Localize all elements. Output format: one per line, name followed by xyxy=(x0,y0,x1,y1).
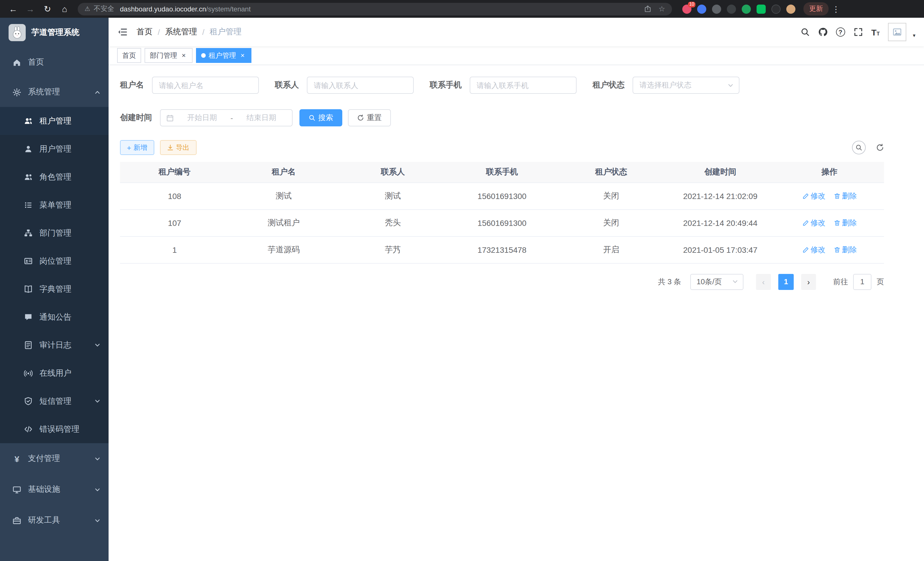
sidebar-item-post[interactable]: 岗位管理 xyxy=(0,247,109,275)
date-range-picker[interactable]: 开始日期 - 结束日期 xyxy=(160,109,292,126)
table-row: 107 测试租户 秃头 15601691300 关闭 2021-12-14 20… xyxy=(120,209,884,236)
code-icon xyxy=(24,425,33,433)
goto-page-input[interactable] xyxy=(853,274,872,290)
share-icon[interactable] xyxy=(644,5,652,13)
fullscreen-icon[interactable] xyxy=(854,27,863,37)
tab-close-icon[interactable]: × xyxy=(239,52,246,59)
delete-link[interactable]: 删除 xyxy=(833,244,857,255)
edit-link[interactable]: 修改 xyxy=(802,191,825,201)
org-tree-icon xyxy=(24,229,33,237)
search-icon xyxy=(855,144,862,151)
breadcrumb-current: 租户管理 xyxy=(210,27,242,37)
pagination: 共 3 条 10条/页 ‹ 1 › 前往 页 xyxy=(120,274,884,290)
search-icon xyxy=(309,114,315,121)
screen: ← → ↻ ⌂ ⚠ 不安全 dashboard.yudao.iocoder.cn… xyxy=(0,0,924,561)
bookmark-star-icon[interactable]: ☆ xyxy=(658,5,665,13)
sidebar-item-home[interactable]: 首页 xyxy=(0,47,109,77)
avatar-caret-icon[interactable]: ▾ xyxy=(913,33,915,41)
add-button[interactable]: + 新增 xyxy=(120,140,154,155)
sidebar-item-user[interactable]: 用户管理 xyxy=(0,135,109,163)
sidebar-item-payment[interactable]: ¥ 支付管理 xyxy=(0,443,109,474)
browser-home-icon[interactable]: ⌂ xyxy=(57,0,72,18)
users-icon xyxy=(24,173,33,181)
sidebar-item-role[interactable]: 角色管理 xyxy=(0,163,109,191)
goto-label: 前往 xyxy=(833,277,848,287)
broken-image-icon xyxy=(893,27,902,37)
current-page-button[interactable]: 1 xyxy=(778,274,794,290)
status-select[interactable]: 请选择租户状态 xyxy=(633,77,740,94)
contact-input[interactable] xyxy=(307,77,414,94)
extension-icon-6[interactable] xyxy=(757,4,766,14)
extension-badge: 10 xyxy=(688,2,695,7)
breadcrumb-home[interactable]: 首页 xyxy=(136,27,153,37)
refresh-table-icon[interactable] xyxy=(876,144,884,152)
export-button[interactable]: 导出 xyxy=(160,140,196,155)
sidebar-item-error-code[interactable]: 错误码管理 xyxy=(0,415,109,443)
extension-icon-3[interactable] xyxy=(712,4,721,14)
browser-back-icon[interactable]: ← xyxy=(6,0,21,18)
avatar[interactable] xyxy=(888,23,907,41)
monitor-icon xyxy=(13,485,21,494)
delete-link[interactable]: 删除 xyxy=(833,191,857,201)
filter-row-1: 租户名 联系人 联系手机 租户状态 请选择租户状态 xyxy=(120,77,884,94)
sidebar-item-online-user[interactable]: 在线用户 xyxy=(0,359,109,387)
extension-icon-7[interactable] xyxy=(771,4,781,14)
tab-bar: 首页 部门管理 × 租户管理 × xyxy=(109,46,924,65)
chat-bubble-icon xyxy=(24,313,33,321)
tab-dept[interactable]: 部门管理 × xyxy=(145,48,193,63)
extension-icon-1[interactable]: 10 xyxy=(682,4,692,14)
font-size-icon[interactable]: TT xyxy=(872,28,880,36)
browser-reload-icon[interactable]: ↻ xyxy=(40,0,55,18)
sidebar-item-audit-log[interactable]: 审计日志 xyxy=(0,331,109,359)
browser-menu-icon[interactable]: ⋮ xyxy=(831,4,841,14)
sidebar-item-system[interactable]: 系统管理 xyxy=(0,77,109,107)
toggle-search-button[interactable] xyxy=(852,141,866,154)
extension-icon-4[interactable] xyxy=(727,4,736,14)
browser-toolbar: ← → ↻ ⌂ ⚠ 不安全 dashboard.yudao.iocoder.cn… xyxy=(0,0,924,18)
sidebar-toggle-icon[interactable] xyxy=(117,27,128,37)
id-badge-icon xyxy=(24,257,33,265)
extension-icon-8[interactable] xyxy=(786,4,795,14)
shield-icon xyxy=(24,397,33,405)
sidebar-item-menu[interactable]: 菜单管理 xyxy=(0,191,109,219)
sidebar-item-dict[interactable]: 字典管理 xyxy=(0,275,109,303)
edit-link[interactable]: 修改 xyxy=(802,218,825,228)
extension-icon-2[interactable] xyxy=(697,4,706,14)
address-bar[interactable]: ⚠ 不安全 dashboard.yudao.iocoder.cn/system/… xyxy=(78,3,672,15)
browser-update-button[interactable]: 更新 xyxy=(803,2,829,15)
breadcrumb-system: 系统管理 xyxy=(165,27,197,37)
tenant-name-input[interactable] xyxy=(152,77,259,94)
delete-link[interactable]: 删除 xyxy=(833,218,857,228)
security-label[interactable]: 不安全 xyxy=(94,4,114,14)
header-search-icon[interactable] xyxy=(801,27,810,37)
github-icon[interactable] xyxy=(818,27,827,37)
sidebar-item-tenant[interactable]: 租户管理 xyxy=(0,107,109,135)
sidebar-item-notice[interactable]: 通知公告 xyxy=(0,303,109,331)
edit-link[interactable]: 修改 xyxy=(802,244,825,255)
prev-page-button[interactable]: ‹ xyxy=(756,274,771,290)
sidebar-item-devtools[interactable]: 研发工具 xyxy=(0,505,109,536)
browser-forward-icon[interactable]: → xyxy=(23,0,38,18)
app-logo[interactable]: 芋道管理系统 xyxy=(0,18,109,47)
browser-extensions: 10 xyxy=(682,4,795,14)
sidebar-item-dept[interactable]: 部门管理 xyxy=(0,219,109,247)
security-warning-icon: ⚠ xyxy=(85,5,90,13)
chevron-down-icon xyxy=(94,342,100,348)
page-url[interactable]: dashboard.yudao.iocoder.cn/system/tenant xyxy=(120,5,251,13)
extension-icon-5[interactable] xyxy=(742,4,751,14)
tab-home[interactable]: 首页 xyxy=(117,48,141,63)
tab-close-icon[interactable]: × xyxy=(180,52,188,59)
page-size-select[interactable]: 10条/页 xyxy=(690,274,743,290)
status-value: 关闭 xyxy=(556,209,666,236)
chevron-down-icon xyxy=(94,517,100,523)
next-page-button[interactable]: › xyxy=(801,274,816,290)
chevron-down-icon xyxy=(94,456,100,462)
phone-input[interactable] xyxy=(470,77,577,94)
reset-button[interactable]: 重置 xyxy=(348,109,391,126)
sidebar-item-sms[interactable]: 短信管理 xyxy=(0,387,109,415)
search-button[interactable]: 搜索 xyxy=(299,109,342,126)
sidebar-item-infra[interactable]: 基础设施 xyxy=(0,474,109,505)
url-path: /system/tenant xyxy=(206,5,250,13)
help-icon[interactable]: ? xyxy=(836,27,845,37)
tab-tenant[interactable]: 租户管理 × xyxy=(196,48,251,63)
